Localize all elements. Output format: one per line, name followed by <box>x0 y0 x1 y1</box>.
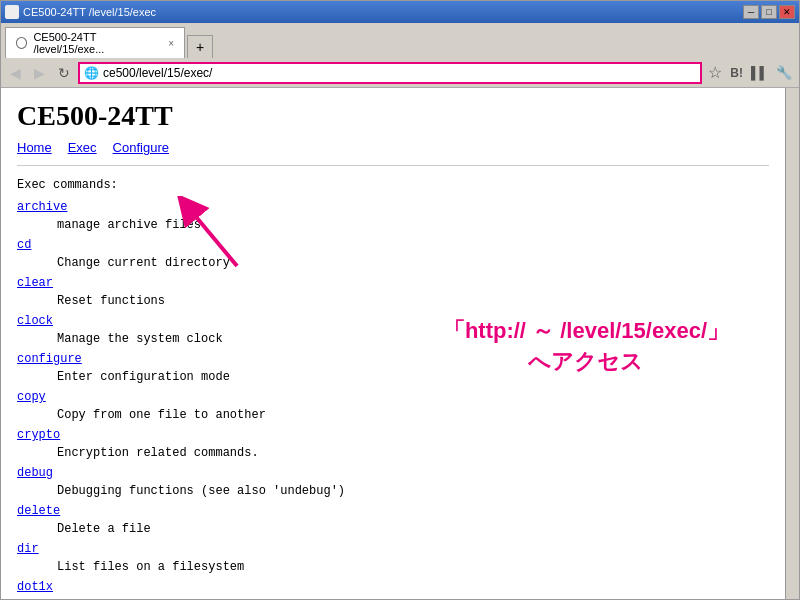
address-input[interactable] <box>103 66 696 80</box>
tab-icon <box>16 37 27 49</box>
page-content: CE500-24TT Home Exec Configure <box>1 88 785 599</box>
tab-bar: CE500-24TT /level/15/exe... × + <box>1 23 799 58</box>
nav-bar: ◀ ▶ ↻ 🌐 ☆ B! ▌▌ 🔧 <box>1 58 799 88</box>
maximize-button[interactable]: □ <box>761 5 777 19</box>
exec-section-title: Exec commands: <box>17 176 769 194</box>
nav-link-exec[interactable]: Exec <box>68 140 97 155</box>
forward-button[interactable]: ▶ <box>29 62 50 84</box>
title-bar: CE500-24TT /level/15/exec ─ □ ✕ <box>1 1 799 23</box>
cmd-desc-crypto: Encryption related commands. <box>17 444 769 462</box>
cmd-row-dir: dir List files on a filesystem <box>17 540 769 576</box>
cmd-desc-clock: Manage the system clock <box>17 330 769 348</box>
cmd-link-configure[interactable]: configure <box>17 352 82 366</box>
nav-right-buttons: ☆ B! ▌▌ 🔧 <box>705 61 795 84</box>
cmd-row-delete: delete Delete a file <box>17 502 769 538</box>
address-bar[interactable]: 🌐 <box>78 62 702 84</box>
browser-window: CE500-24TT /level/15/exec ─ □ ✕ CE500-24… <box>0 0 800 600</box>
chart-button[interactable]: ▌▌ <box>748 64 771 82</box>
cmd-row-cd: cd Change current directory <box>17 236 769 272</box>
active-tab[interactable]: CE500-24TT /level/15/exe... × <box>5 27 185 58</box>
cmd-desc-debug: Debugging functions (see also 'undebug') <box>17 482 769 500</box>
cmd-desc-cd: Change current directory <box>17 254 769 272</box>
cmd-link-clear[interactable]: clear <box>17 276 53 290</box>
title-bar-left: CE500-24TT /level/15/exec <box>5 5 156 19</box>
cmd-row-configure: configure Enter configuration mode <box>17 350 769 386</box>
cmd-desc-archive: manage archive files <box>17 216 769 234</box>
cmd-desc-clear: Reset functions <box>17 292 769 310</box>
cmd-link-delete[interactable]: delete <box>17 504 60 518</box>
cmd-link-cd[interactable]: cd <box>17 238 31 252</box>
cmd-link-debug[interactable]: debug <box>17 466 53 480</box>
cmd-row-debug: debug Debugging functions (see also 'und… <box>17 464 769 500</box>
tab-label: CE500-24TT /level/15/exe... <box>33 31 162 55</box>
content-area: CE500-24TT Home Exec Configure <box>1 88 799 599</box>
cmd-desc-copy: Copy from one file to another <box>17 406 769 424</box>
cmd-desc-delete: Delete a file <box>17 520 769 538</box>
page-nav-links: Home Exec Configure <box>17 140 769 155</box>
cmd-row-dot1x: dot1x IEEE 802.1X Exec Commands <box>17 578 769 599</box>
refresh-button[interactable]: ↻ <box>53 62 75 84</box>
exec-commands: Exec commands: archive manage archive fi… <box>17 176 769 599</box>
cmd-row-crypto: crypto Encryption related commands. <box>17 426 769 462</box>
browser-icon <box>5 5 19 19</box>
cmd-link-clock[interactable]: clock <box>17 314 53 328</box>
cmd-link-archive[interactable]: archive <box>17 200 67 214</box>
close-button[interactable]: ✕ <box>779 5 795 19</box>
cmd-desc-configure: Enter configuration mode <box>17 368 769 386</box>
wrench-button[interactable]: 🔧 <box>773 63 795 82</box>
site-title: CE500-24TT <box>17 100 769 132</box>
cmd-row-copy: copy Copy from one file to another <box>17 388 769 424</box>
cmd-link-dir[interactable]: dir <box>17 542 39 556</box>
title-bar-text: CE500-24TT /level/15/exec <box>23 6 156 18</box>
title-bar-buttons[interactable]: ─ □ ✕ <box>743 5 795 19</box>
cmd-desc-dir: List files on a filesystem <box>17 558 769 576</box>
cmd-row-archive: archive manage archive files <box>17 198 769 234</box>
new-tab-button[interactable]: + <box>187 35 213 58</box>
back-button[interactable]: ◀ <box>5 62 26 84</box>
b-button[interactable]: B! <box>727 64 746 82</box>
minimize-button[interactable]: ─ <box>743 5 759 19</box>
cmd-row-clear: clear Reset functions <box>17 274 769 310</box>
nav-link-home[interactable]: Home <box>17 140 52 155</box>
cmd-link-dot1x[interactable]: dot1x <box>17 580 53 594</box>
tab-close-button[interactable]: × <box>168 38 174 49</box>
cmd-row-clock: clock Manage the system clock <box>17 312 769 348</box>
scrollbar[interactable] <box>785 88 799 599</box>
divider <box>17 165 769 166</box>
nav-link-configure[interactable]: Configure <box>113 140 169 155</box>
cmd-desc-dot1x: IEEE 802.1X Exec Commands <box>17 596 769 599</box>
bookmark-star-button[interactable]: ☆ <box>705 61 725 84</box>
address-globe-icon: 🌐 <box>84 66 99 80</box>
cmd-link-crypto[interactable]: crypto <box>17 428 60 442</box>
cmd-link-copy[interactable]: copy <box>17 390 46 404</box>
